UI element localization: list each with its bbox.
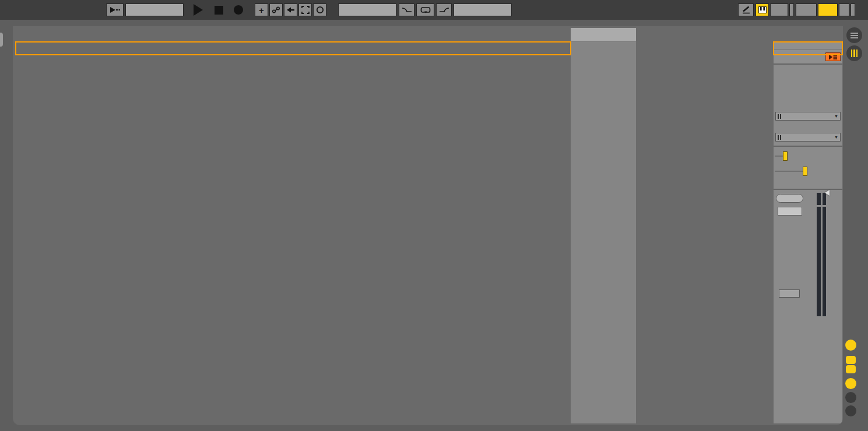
solo-button[interactable] bbox=[779, 289, 800, 298]
midi-map-button[interactable] bbox=[796, 3, 817, 16]
corner-brackets-icon bbox=[301, 6, 310, 14]
punch-in-icon bbox=[402, 6, 412, 13]
key-map-button[interactable] bbox=[770, 3, 788, 16]
stop-icon bbox=[215, 6, 223, 15]
arrangement-view-icon bbox=[851, 33, 858, 34]
back-to-arrangement-icon bbox=[828, 54, 838, 61]
send-b-line bbox=[775, 171, 803, 172]
master-mixer-section bbox=[774, 189, 842, 423]
loop-button[interactable] bbox=[416, 3, 434, 16]
send-a-post-button[interactable] bbox=[783, 151, 788, 161]
send-b-post-button[interactable] bbox=[803, 167, 807, 176]
stop-button[interactable] bbox=[213, 3, 224, 16]
master-io-section: ▼ ▼ bbox=[774, 63, 842, 146]
empty-scene-row bbox=[774, 42, 842, 50]
cpu-load-meter[interactable] bbox=[818, 3, 838, 16]
toggle-returns-section[interactable] bbox=[846, 365, 856, 373]
master-out-select[interactable]: ▼ bbox=[775, 133, 841, 142]
loop-icon bbox=[420, 6, 431, 14]
volume-display[interactable] bbox=[778, 207, 802, 216]
punch-out-button[interactable] bbox=[436, 3, 452, 16]
session-view: ▼ ▼ bbox=[13, 26, 843, 425]
record-icon bbox=[234, 5, 243, 15]
send-a-line bbox=[775, 156, 783, 157]
toggle-crossfade-section[interactable] bbox=[845, 405, 856, 416]
session-view-icon bbox=[851, 50, 853, 57]
master-stop-row bbox=[774, 50, 842, 63]
master-sends-section bbox=[774, 146, 842, 189]
punch-in-button[interactable] bbox=[399, 3, 414, 16]
play-button[interactable] bbox=[192, 3, 204, 16]
stereo-pair-icon bbox=[778, 114, 781, 119]
chevron-down-icon: ▼ bbox=[834, 135, 838, 139]
master-out-label bbox=[775, 125, 841, 133]
file-drop-zone[interactable] bbox=[571, 28, 636, 423]
plus-icon: + bbox=[259, 5, 264, 15]
toggle-io-section[interactable] bbox=[845, 340, 856, 351]
follow-button[interactable] bbox=[106, 3, 124, 16]
session-view-button[interactable] bbox=[846, 45, 862, 61]
punch-out-icon bbox=[439, 6, 449, 13]
toggle-mixer-section[interactable] bbox=[845, 378, 856, 389]
back-arrow-icon bbox=[287, 7, 295, 13]
chevron-down-icon: ▼ bbox=[834, 114, 838, 118]
automation-nodes-icon bbox=[272, 6, 280, 13]
loop-length-display[interactable] bbox=[454, 3, 512, 16]
computer-midi-keyboard-button[interactable] bbox=[755, 3, 769, 16]
toggle-delay-section[interactable] bbox=[845, 392, 856, 403]
cue-out-select[interactable]: ▼ bbox=[775, 112, 841, 121]
level-meter bbox=[817, 193, 826, 316]
arrangement-view-button[interactable] bbox=[846, 27, 862, 43]
master-column: ▼ ▼ bbox=[774, 28, 842, 423]
drop-zone-scene-row bbox=[571, 28, 636, 42]
overdub-button[interactable]: + bbox=[255, 3, 268, 16]
overload-indicator bbox=[839, 3, 849, 16]
volume-fader-handle[interactable] bbox=[825, 190, 830, 196]
back-to-arrangement-button[interactable] bbox=[825, 52, 841, 61]
peak-level-display[interactable] bbox=[776, 194, 803, 203]
record-button[interactable] bbox=[233, 3, 244, 16]
session-record-button[interactable] bbox=[298, 3, 312, 16]
toggle-sends-section[interactable] bbox=[846, 356, 856, 364]
keyboard-icon bbox=[758, 6, 767, 13]
re-enable-automation-button[interactable] bbox=[284, 3, 297, 16]
follow-arrow-icon bbox=[110, 7, 121, 13]
meter-scale bbox=[829, 190, 840, 313]
draw-mode-button[interactable] bbox=[738, 3, 754, 16]
cue-out-label bbox=[775, 104, 841, 112]
play-icon bbox=[194, 4, 203, 16]
midi-io-indicator bbox=[851, 3, 855, 16]
automation-arm-button[interactable] bbox=[269, 3, 283, 16]
key-map-indicator bbox=[789, 3, 794, 16]
loop-start-display[interactable] bbox=[338, 3, 396, 16]
transport-bar: + bbox=[0, 0, 868, 20]
pan-knob[interactable] bbox=[778, 239, 802, 262]
browser-expand-tab[interactable] bbox=[0, 33, 3, 47]
capture-midi-button[interactable] bbox=[313, 3, 326, 16]
stereo-pair-icon bbox=[778, 135, 781, 140]
arrangement-position-display[interactable] bbox=[125, 3, 184, 16]
pencil-icon bbox=[742, 6, 751, 14]
circle-icon bbox=[316, 6, 324, 14]
master-header[interactable] bbox=[774, 28, 842, 42]
